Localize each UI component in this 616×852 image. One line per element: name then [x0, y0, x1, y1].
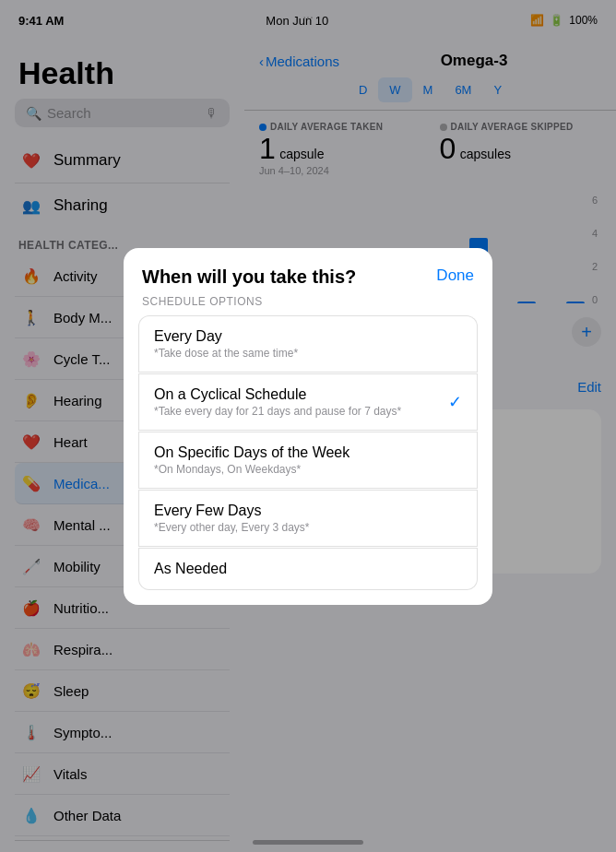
- modal-done-button[interactable]: Done: [436, 266, 474, 285]
- option-specific-days[interactable]: On Specific Days of the Week *On Mondays…: [138, 432, 478, 489]
- option-as-needed-content: As Needed: [154, 561, 227, 577]
- option-specific-days-subtitle: *On Mondays, On Weekdays*: [154, 463, 349, 476]
- home-indicator: [253, 840, 363, 845]
- schedule-options: Every Day *Take dose at the same time* O…: [124, 315, 492, 605]
- checkmark-icon: ✓: [448, 392, 462, 412]
- option-every-few-days-subtitle: *Every other day, Every 3 days*: [154, 521, 310, 534]
- option-cyclical-subtitle: *Take every day for 21 days and pause fo…: [154, 405, 401, 418]
- option-specific-days-title: On Specific Days of the Week: [154, 444, 349, 461]
- option-cyclical[interactable]: On a Cyclical Schedule *Take every day f…: [138, 373, 478, 431]
- option-as-needed-title: As Needed: [154, 561, 227, 577]
- modal-overlay[interactable]: When will you take this? Done SCHEDULE O…: [0, 0, 616, 852]
- option-every-few-days-content: Every Few Days *Every other day, Every 3…: [154, 503, 310, 534]
- option-every-few-days-title: Every Few Days: [154, 503, 310, 519]
- option-cyclical-title: On a Cyclical Schedule: [154, 386, 401, 403]
- modal-header: When will you take this? Done: [124, 248, 492, 295]
- option-every-few-days[interactable]: Every Few Days *Every other day, Every 3…: [138, 490, 478, 547]
- schedule-section-label: SCHEDULE OPTIONS: [124, 295, 492, 315]
- schedule-modal: When will you take this? Done SCHEDULE O…: [124, 248, 492, 605]
- modal-title: When will you take this?: [142, 266, 436, 288]
- option-as-needed[interactable]: As Needed: [138, 548, 478, 590]
- option-cyclical-content: On a Cyclical Schedule *Take every day f…: [154, 386, 401, 418]
- option-every-day-content: Every Day *Take dose at the same time*: [154, 328, 298, 360]
- option-every-day-title: Every Day: [154, 328, 298, 345]
- option-every-day-subtitle: *Take dose at the same time*: [154, 347, 298, 360]
- option-specific-days-content: On Specific Days of the Week *On Mondays…: [154, 444, 349, 476]
- option-every-day[interactable]: Every Day *Take dose at the same time*: [138, 315, 478, 373]
